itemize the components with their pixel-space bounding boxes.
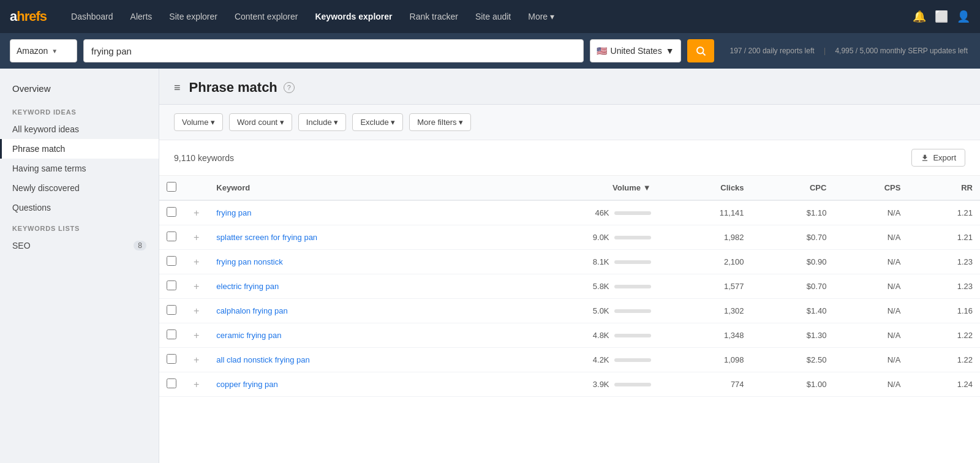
add-keyword-button[interactable]: + <box>191 330 202 341</box>
search-icon <box>695 45 706 56</box>
keyword-link[interactable]: splatter screen for frying pan <box>216 233 317 242</box>
export-button[interactable]: Export <box>911 149 965 167</box>
nav-site-audit[interactable]: Site audit <box>468 8 518 25</box>
row-checkbox[interactable] <box>167 232 176 241</box>
row-checkbox[interactable] <box>167 207 176 217</box>
keyword-link[interactable]: ceramic frying pan <box>216 331 281 340</box>
add-keyword-button[interactable]: + <box>191 379 202 390</box>
row-checkbox[interactable] <box>167 378 176 388</box>
col-volume[interactable]: Volume ▼ <box>484 176 658 200</box>
window-icon[interactable]: ⬜ <box>935 10 948 23</box>
cps-cell: N/A <box>834 348 908 372</box>
sidebar-item-seo[interactable]: SEO 8 <box>0 236 159 255</box>
nav-more[interactable]: More ▾ <box>521 8 562 25</box>
nav-site-explorer[interactable]: Site explorer <box>162 8 225 25</box>
hamburger-icon[interactable]: ≡ <box>174 81 181 94</box>
rr-cell: 1.21 <box>908 200 980 225</box>
nav-alerts[interactable]: Alerts <box>123 8 160 25</box>
row-checkbox[interactable] <box>167 354 176 364</box>
volume-value: 8.1K <box>593 257 609 266</box>
sidebar-item-having-same-terms[interactable]: Having same terms <box>0 159 159 178</box>
logo-text: a <box>10 9 17 24</box>
add-keyword-button[interactable]: + <box>191 232 202 243</box>
source-arrow-icon: ▼ <box>51 48 58 55</box>
word-count-filter[interactable]: Word count ▾ <box>229 113 292 131</box>
sidebar-overview[interactable]: Overview <box>0 78 159 101</box>
cpc-cell: $2.50 <box>752 348 834 372</box>
cps-cell: N/A <box>834 200 908 225</box>
cpc-cell: $1.10 <box>752 200 834 225</box>
table-body: + frying pan 46K 11,141 $1.10 N/A 1.21 +… <box>159 200 980 397</box>
volume-cell: 46K <box>484 200 658 225</box>
volume-cell: 4.8K <box>484 323 658 348</box>
sidebar-item-newly-discovered[interactable]: Newly discovered <box>0 178 159 198</box>
source-dropdown[interactable]: Amazon ▼ <box>10 39 77 62</box>
nav-rank-tracker[interactable]: Rank tracker <box>402 8 466 25</box>
clicks-cell: 774 <box>658 372 752 397</box>
keyword-ideas-title: KEYWORD IDEAS <box>0 101 159 119</box>
add-keyword-button[interactable]: + <box>191 281 202 292</box>
col-cps: CPS <box>834 176 908 200</box>
nav-dashboard[interactable]: Dashboard <box>64 8 121 25</box>
user-icon[interactable]: 👤 <box>957 10 970 23</box>
row-checkbox[interactable] <box>167 305 176 315</box>
add-keyword-button[interactable]: + <box>191 355 202 366</box>
volume-cell: 9.0K <box>484 225 658 250</box>
help-icon[interactable]: ? <box>284 82 295 93</box>
rr-cell: 1.16 <box>908 299 980 323</box>
bell-icon[interactable]: 🔔 <box>913 10 926 23</box>
add-keyword-button[interactable]: + <box>191 208 202 219</box>
more-filters[interactable]: More filters ▾ <box>409 113 471 131</box>
row-checkbox[interactable] <box>167 280 176 290</box>
table-row: + frying pan 46K 11,141 $1.10 N/A 1.21 <box>159 200 980 225</box>
keyword-link[interactable]: copper frying pan <box>216 380 277 389</box>
search-button[interactable] <box>687 39 714 62</box>
search-input-wrap <box>83 39 584 62</box>
logo[interactable]: ahrefs <box>10 9 47 24</box>
table-row: + copper frying pan 3.9K 774 $1.00 N/A 1… <box>159 372 980 397</box>
cps-cell: N/A <box>834 323 908 348</box>
keyword-link[interactable]: frying pan nonstick <box>216 257 282 266</box>
rr-cell: 1.24 <box>908 372 980 397</box>
cps-cell: N/A <box>834 225 908 250</box>
volume-value: 5.0K <box>593 306 609 315</box>
source-label: Amazon <box>17 46 48 56</box>
exclude-filter[interactable]: Exclude ▾ <box>352 113 403 131</box>
volume-filter[interactable]: Volume ▾ <box>174 113 223 131</box>
sidebar-item-phrase-match[interactable]: Phrase match <box>0 139 159 159</box>
rr-cell: 1.22 <box>908 323 980 348</box>
seo-label: SEO <box>12 241 31 250</box>
row-checkbox[interactable] <box>167 329 176 339</box>
cpc-cell: $1.00 <box>752 372 834 397</box>
keywords-lists-title: KEYWORDS LISTS <box>0 217 159 236</box>
nav-content-explorer[interactable]: Content explorer <box>227 8 306 25</box>
select-all-checkbox[interactable] <box>167 182 176 192</box>
row-checkbox[interactable] <box>167 256 176 266</box>
reports-separator: | <box>824 47 826 55</box>
volume-value: 4.8K <box>593 331 609 340</box>
seo-row: SEO 8 <box>12 241 146 250</box>
volume-cell: 5.8K <box>484 274 658 299</box>
nav-keywords-explorer[interactable]: Keywords explorer <box>307 8 399 25</box>
add-keyword-button[interactable]: + <box>191 306 202 317</box>
add-keyword-button[interactable]: + <box>191 257 202 268</box>
keyword-link[interactable]: all clad nonstick frying pan <box>216 355 309 364</box>
keyword-link[interactable]: electric frying pan <box>216 282 279 291</box>
volume-bar-bg <box>614 236 651 239</box>
country-dropdown[interactable]: 🇺🇸 United States ▼ <box>590 39 681 62</box>
search-input[interactable] <box>91 46 576 56</box>
filters-row: Volume ▾ Word count ▾ Include ▾ Exclude … <box>159 105 980 140</box>
sidebar-item-questions[interactable]: Questions <box>0 198 159 217</box>
table-row: + all clad nonstick frying pan 4.2K 1,09… <box>159 348 980 372</box>
volume-cell: 3.9K <box>484 372 658 397</box>
volume-value: 9.0K <box>593 233 609 242</box>
cps-cell: N/A <box>834 299 908 323</box>
table-row: + frying pan nonstick 8.1K 2,100 $0.90 N… <box>159 250 980 274</box>
include-filter[interactable]: Include ▾ <box>298 113 347 131</box>
sidebar-item-all-keywords[interactable]: All keyword ideas <box>0 119 159 139</box>
table-wrap: Keyword Volume ▼ Clicks CPC CPS RR + fry… <box>159 176 980 397</box>
country-arrow-icon: ▼ <box>666 46 674 56</box>
cpc-cell: $1.40 <box>752 299 834 323</box>
keyword-link[interactable]: calphalon frying pan <box>216 306 287 315</box>
keyword-link[interactable]: frying pan <box>216 208 251 217</box>
